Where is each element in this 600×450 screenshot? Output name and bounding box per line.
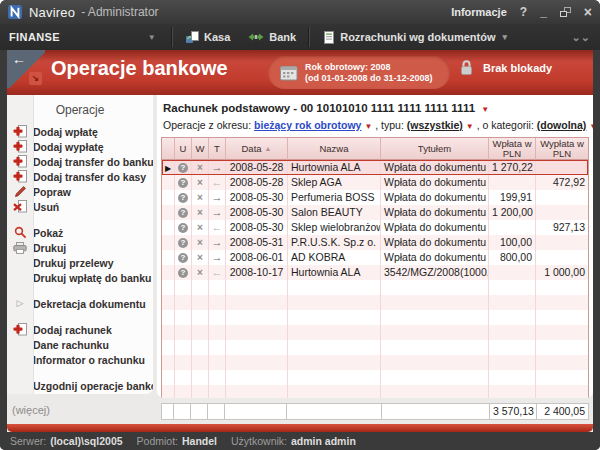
fiscal-year-pill[interactable]: Rok obrotowy: 2008 (od 01-01-2008 do 31-… <box>268 56 450 89</box>
sidebar-item[interactable]: Drukuj <box>7 240 153 255</box>
chevron-down-icon[interactable]: ▼ <box>589 122 593 131</box>
minimize-button[interactable]: _ <box>540 5 547 19</box>
sidebar-item[interactable]: Pokaż <box>7 225 153 240</box>
cell-title: Wpłata do dokumentu <box>381 205 489 220</box>
more-link[interactable]: (więcej) <box>12 404 50 416</box>
sidebar-item[interactable]: Drukuj przelewy <box>7 255 153 270</box>
table-row[interactable] <box>162 355 588 370</box>
search-icon <box>7 226 33 239</box>
table-row[interactable]: ▶?×→2008-05-28Hurtownia ALAWpłata do dok… <box>162 160 588 175</box>
column-header-Wypłata w PLN[interactable]: Wypłata w PLN <box>536 138 588 160</box>
table-row[interactable] <box>162 370 588 385</box>
column-header-Wpłata w PLN[interactable]: Wpłata w PLN <box>489 138 536 160</box>
help-button[interactable]: ? <box>520 5 527 19</box>
sidebar-item[interactable]: Dodaj rachunek <box>7 322 153 337</box>
table-row[interactable]: ?×←2008-10-17Hurtownia ALA3542/MGZ/2008(… <box>162 265 588 280</box>
cell-t: ← <box>209 265 226 280</box>
sidebar-item[interactable]: Informator o rachunku <box>7 352 153 367</box>
table-row[interactable]: ?×←2008-05-30Sklep wielobranżowWpłata do… <box>162 220 588 235</box>
cell-title: Wpłata do dokumentu <box>381 220 489 235</box>
rozrachunki-button[interactable]: Rozrachunki wg dokumentów ▾ <box>313 26 516 48</box>
chevron-down-icon[interactable]: ▾ <box>502 32 507 42</box>
column-header-W[interactable]: W <box>192 138 209 160</box>
column-header-T[interactable]: T <box>209 138 226 160</box>
sidebar-item[interactable]: Dodaj transfer do banku <box>7 154 153 169</box>
column-header-Tytułem[interactable]: Tytułem <box>381 138 489 160</box>
column-header-U[interactable]: U <box>175 138 192 160</box>
toolbar-overflow-chevron[interactable]: ⌄⌄ <box>572 31 590 44</box>
table-row[interactable]: ?×→2008-05-30Salon BEAUTYWpłata do dokum… <box>162 205 588 220</box>
cell-title <box>381 370 489 385</box>
cell-t <box>209 295 226 310</box>
table-row[interactable]: ?×→2008-05-31P.R.U.S.K. Sp.z o.Wpłata do… <box>162 235 588 250</box>
table-row[interactable] <box>162 340 588 355</box>
informacje-menu[interactable]: Informacje <box>451 6 507 18</box>
column-header-Nazwa[interactable]: Nazwa <box>288 138 381 160</box>
page-title: Operacje bankowe <box>51 57 228 80</box>
category-filter-link[interactable]: (dowolna) <box>537 119 587 131</box>
table-row[interactable] <box>162 385 588 398</box>
table-row[interactable] <box>162 280 588 295</box>
sidebar-item-label: Dekretacja dokumentu <box>33 298 146 310</box>
sidebar-item[interactable]: Drukuj wpłatę do banku <box>7 270 153 285</box>
kasa-button[interactable]: Kasa <box>176 26 239 48</box>
totals-row: 3 570,132 400,05 <box>161 403 589 420</box>
sidebar-item-label: Dodaj transfer do kasy <box>33 171 146 183</box>
cell-outflow <box>536 190 588 205</box>
sidebar-group: PokażDrukujDrukuj przelewyDrukuj wpłatę … <box>7 225 153 285</box>
module-selector[interactable]: FINANSE ▼ <box>0 31 168 43</box>
toolbar-separator <box>308 27 310 47</box>
sidebar-item[interactable]: ▷Dekretacja dokumentu <box>7 296 153 311</box>
back-navigation-corner[interactable]: ← ↘ <box>7 50 45 88</box>
sidebar-item[interactable]: Uzgodnij operacje bankowe <box>7 378 153 393</box>
cell-w: × <box>192 190 209 205</box>
sidebar-item-label: Pokaż <box>33 227 63 239</box>
cell-name: Hurtownia ALA <box>288 265 381 280</box>
sidebar-item[interactable]: Dodaj wpłatę <box>7 124 153 139</box>
type-filter-link[interactable]: (wszystkie) <box>407 119 463 131</box>
add-document-icon <box>7 323 33 336</box>
sidebar-item[interactable]: Popraw <box>7 184 153 199</box>
table-row[interactable] <box>162 325 588 340</box>
status-user-value: admin admin <box>291 435 356 447</box>
question-status-icon: ? <box>178 163 188 173</box>
table-row[interactable]: ?×→2008-05-30Perfumeria BOSSWpłata do do… <box>162 190 588 205</box>
restore-button[interactable] <box>560 7 571 17</box>
sidebar-item[interactable]: Dane rachunku <box>7 337 153 352</box>
back-arrow-icon[interactable]: ← <box>12 51 26 67</box>
sidebar: Operacje Dodaj wpłatęDodaj wypłatęDodaj … <box>7 95 153 394</box>
add-document-icon <box>7 155 33 168</box>
cell-inflow <box>489 385 536 398</box>
content-area: ← ↘ Operacje bankowe Rok obrotowy: 2008 … <box>7 50 593 432</box>
cell-u <box>175 355 192 370</box>
cell-t: → <box>209 190 226 205</box>
table-row[interactable] <box>162 295 588 310</box>
cell-name: Sklep wielobranżow <box>288 220 381 235</box>
table-header-row: UWTData▲NazwaTytułemWpłata w PLNWypłata … <box>162 138 588 160</box>
forward-arrow-icon[interactable]: ↘ <box>29 72 42 85</box>
arrow-right-icon: → <box>212 251 223 263</box>
column-header-Data[interactable]: Data▲ <box>226 138 288 160</box>
chevron-down-icon[interactable]: ▼ <box>466 122 474 131</box>
account-selector[interactable]: Rachunek podstawowy - 00 10101010 1111 1… <box>157 95 593 115</box>
table-row[interactable]: ?×←2008-05-28Sklep AGAWpłata do dokument… <box>162 175 588 190</box>
table-row[interactable]: ?×→2008-06-01AD KOBRAWpłata do dokumentu… <box>162 250 588 265</box>
cell-w: × <box>192 220 209 235</box>
row-selector-cell <box>162 355 175 370</box>
row-selector-cell <box>162 325 175 340</box>
period-filter-link[interactable]: bieżący rok obrotowy <box>254 119 361 131</box>
close-button[interactable]: × <box>584 5 592 19</box>
table-row[interactable] <box>162 310 588 325</box>
chevron-down-icon[interactable]: ▼ <box>364 122 372 131</box>
row-selector-cell <box>162 280 175 295</box>
sidebar-item[interactable]: Usuń <box>7 199 153 214</box>
printer-icon <box>7 241 33 254</box>
status-entity: Podmiot:Handel <box>137 435 217 447</box>
cell-u <box>175 310 192 325</box>
sidebar-item[interactable]: Dodaj transfer do kasy <box>7 169 153 184</box>
cell-t: ← <box>209 175 226 190</box>
column-header-selector[interactable] <box>162 138 175 160</box>
sidebar-group: Uzgodnij operacje bankowe <box>7 378 153 393</box>
bank-button[interactable]: Bank <box>239 26 305 48</box>
sidebar-item[interactable]: Dodaj wypłatę <box>7 139 153 154</box>
